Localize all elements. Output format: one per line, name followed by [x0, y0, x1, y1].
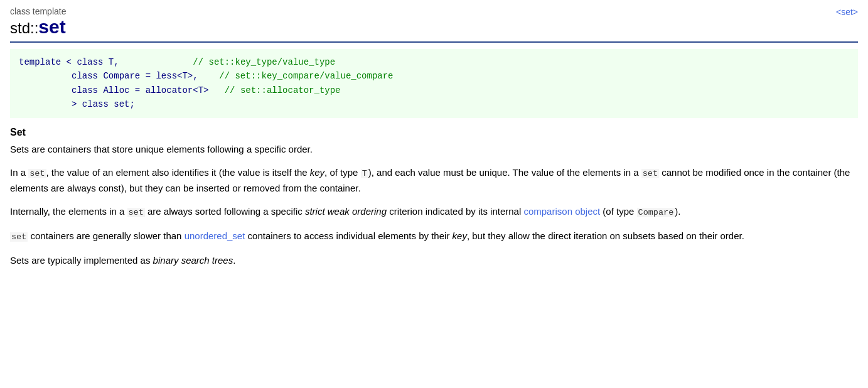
para1-text: Sets are containers that store unique el… — [10, 144, 313, 154]
para2-part1: In a — [10, 167, 28, 178]
section-title: Set — [10, 127, 858, 138]
para3-part3: criterion indicated by its internal — [387, 206, 523, 217]
para5-part1: Sets are typically implemented as — [10, 255, 153, 266]
class-name: set — [38, 16, 65, 37]
paragraph-4: set containers are generally slower than… — [10, 229, 858, 244]
para2-code2: T — [361, 169, 368, 178]
para3-italic1: strict weak ordering — [305, 206, 387, 217]
para3-code1: set — [127, 208, 145, 217]
header-left: class template std::set — [10, 6, 66, 39]
paragraph-3: Internally, the elements in a set are al… — [10, 204, 858, 220]
comparison-object-link[interactable]: comparison object — [523, 206, 600, 217]
para2-code3: set — [641, 169, 659, 178]
para2-italic1: key — [310, 167, 324, 178]
unordered-set-link[interactable]: unordered_set — [185, 230, 245, 241]
para3-part1: Internally, the elements in a — [10, 206, 127, 217]
para5-part2: . — [233, 255, 235, 266]
para4-part3: , but they allow the direct iteration on… — [467, 230, 744, 241]
class-label: class template — [10, 6, 66, 16]
para2-code1: set — [28, 169, 46, 178]
para4-code1: set — [10, 232, 28, 242]
class-title: std::set — [10, 16, 66, 38]
header-right: <set> — [836, 6, 858, 17]
code-block: template < class T, // set::key_type/val… — [10, 49, 858, 118]
paragraph-2: In a set, the value of an element also i… — [10, 165, 858, 195]
para5-italic1: binary search trees — [153, 255, 233, 266]
para2-part2: , the value of an element also identifie… — [46, 167, 310, 178]
paragraph-1: Sets are containers that store unique el… — [10, 142, 858, 156]
para2-part4: ), and each value must be unique. The va… — [368, 167, 641, 178]
para3-part4: (of type — [600, 206, 636, 217]
para3-part5: ). — [675, 206, 680, 217]
header-divider — [10, 41, 858, 43]
nav-link-top[interactable]: <set> — [836, 7, 858, 17]
para4-part1: containers are generally slower than — [28, 230, 184, 241]
para4-part2: containers to access individual elements… — [245, 230, 452, 241]
page-header: class template std::set <set> — [10, 6, 858, 39]
para3-part2: are always sorted following a specific — [145, 206, 305, 217]
class-prefix: std:: — [10, 19, 38, 36]
paragraph-5: Sets are typically implemented as binary… — [10, 253, 858, 267]
para4-italic1: key — [453, 230, 467, 241]
para3-code2: Compare — [637, 208, 675, 217]
para2-part3: , of type — [324, 167, 361, 178]
